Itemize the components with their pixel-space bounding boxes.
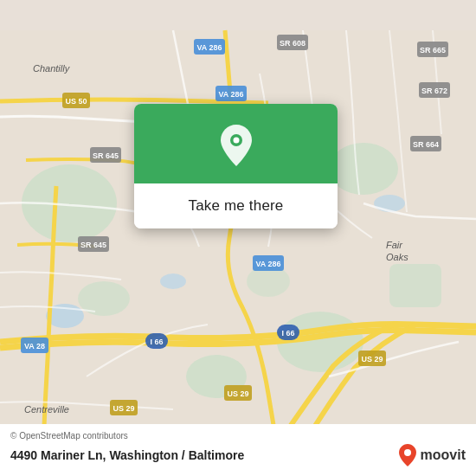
address-row: 4490 Mariner Ln, Washington / Baltimore … bbox=[10, 443, 466, 467]
svg-text:SR 608: SR 608 bbox=[280, 39, 306, 48]
svg-text:SR 645: SR 645 bbox=[93, 151, 119, 160]
popup-card: Take me there bbox=[134, 104, 338, 228]
svg-text:I 66: I 66 bbox=[281, 329, 294, 338]
svg-text:SR 672: SR 672 bbox=[421, 87, 447, 95]
svg-text:Oaks: Oaks bbox=[386, 252, 408, 262]
popup-header bbox=[134, 104, 338, 183]
svg-text:I 66: I 66 bbox=[150, 338, 163, 346]
svg-text:VA 286: VA 286 bbox=[218, 90, 243, 99]
copyright-text: © OpenStreetMap contributors bbox=[10, 431, 466, 441]
svg-text:Fair: Fair bbox=[386, 240, 403, 250]
svg-point-10 bbox=[374, 195, 405, 212]
svg-point-49 bbox=[404, 449, 411, 456]
svg-point-48 bbox=[233, 138, 239, 144]
svg-text:SR 645: SR 645 bbox=[80, 241, 106, 249]
map-background: VA 286 SR 608 SR 665 US 50 VA 286 SR 672… bbox=[0, 0, 476, 476]
svg-text:Chantilly: Chantilly bbox=[33, 63, 71, 74]
svg-text:US 29: US 29 bbox=[227, 389, 248, 398]
location-pin-icon bbox=[219, 123, 254, 168]
svg-text:US 50: US 50 bbox=[65, 97, 87, 106]
map-container: VA 286 SR 608 SR 665 US 50 VA 286 SR 672… bbox=[0, 0, 476, 476]
svg-point-9 bbox=[160, 273, 186, 289]
svg-text:VA 28: VA 28 bbox=[24, 342, 45, 351]
moovit-pin-icon bbox=[398, 443, 417, 467]
svg-text:Centreville: Centreville bbox=[24, 404, 69, 415]
svg-text:VA 286: VA 286 bbox=[255, 260, 280, 268]
svg-text:SR 664: SR 664 bbox=[413, 140, 439, 149]
svg-point-2 bbox=[329, 143, 398, 195]
svg-text:SR 665: SR 665 bbox=[420, 46, 446, 55]
moovit-wordmark: moovit bbox=[421, 447, 466, 463]
svg-text:VA 286: VA 286 bbox=[196, 43, 222, 52]
bottom-bar: © OpenStreetMap contributors 4490 Marine… bbox=[0, 424, 476, 476]
moovit-logo: moovit bbox=[398, 443, 466, 467]
address-text: 4490 Mariner Ln, Washington / Baltimore bbox=[10, 448, 244, 462]
svg-text:US 29: US 29 bbox=[113, 404, 134, 413]
svg-rect-6 bbox=[389, 264, 441, 307]
take-me-there-button[interactable]: Take me there bbox=[134, 183, 338, 228]
svg-text:US 29: US 29 bbox=[361, 355, 383, 363]
